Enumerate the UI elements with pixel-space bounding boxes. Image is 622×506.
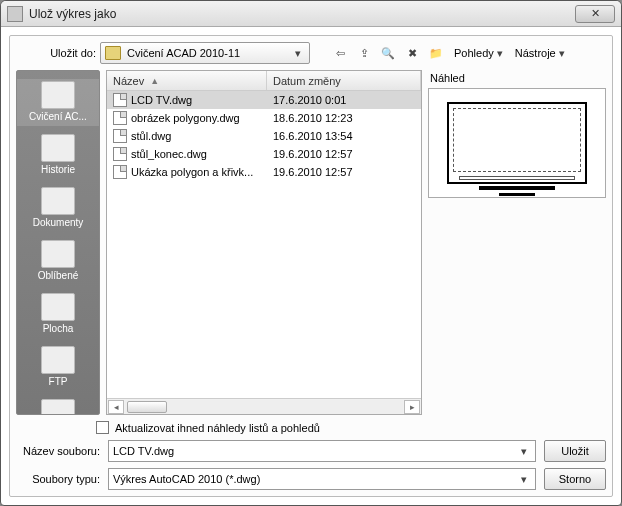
filename-label: Název souboru: bbox=[16, 445, 100, 457]
places-item-icon bbox=[41, 187, 75, 215]
scroll-thumb[interactable] bbox=[127, 401, 167, 413]
places-item-label: Historie bbox=[41, 164, 75, 175]
file-list: Název ▲ Datum změny LCD TV.dwg17.6.2010 … bbox=[106, 70, 422, 415]
places-item-icon bbox=[41, 346, 75, 374]
file-row[interactable]: Ukázka polygon a křivk...19.6.2010 12:57 bbox=[107, 163, 421, 181]
search-icon: 🔍 bbox=[381, 47, 395, 60]
scroll-left-arrow[interactable]: ◂ bbox=[108, 400, 124, 414]
places-item[interactable]: Historie bbox=[17, 132, 99, 179]
sort-asc-icon: ▲ bbox=[150, 76, 159, 86]
up-folder-button[interactable]: ⇪ bbox=[354, 43, 374, 63]
back-arrow-icon: ⇦ bbox=[336, 47, 345, 60]
places-item[interactable]: Dokumenty bbox=[17, 185, 99, 232]
file-name-cell: Ukázka polygon a křivk... bbox=[107, 165, 267, 179]
save-button[interactable]: Uložit bbox=[544, 440, 606, 462]
filename-field[interactable]: LCD TV.dwg ▾ bbox=[108, 440, 536, 462]
column-header-date[interactable]: Datum změny bbox=[267, 71, 421, 90]
bottom-fields: Název souboru: LCD TV.dwg ▾ Uložit Soubo… bbox=[16, 440, 606, 490]
places-item[interactable]: Buzzsaw bbox=[17, 397, 99, 415]
places-item-label: Oblíbené bbox=[38, 270, 79, 281]
file-name-cell: stůl.dwg bbox=[107, 129, 267, 143]
places-item-icon bbox=[41, 399, 75, 415]
preview-column: Náhled bbox=[428, 70, 606, 415]
update-thumbnails-checkbox[interactable] bbox=[96, 421, 109, 434]
cancel-button-label: Storno bbox=[559, 473, 591, 485]
cancel-button[interactable]: Storno bbox=[544, 468, 606, 490]
file-date-cell: 18.6.2010 12:23 bbox=[267, 112, 377, 124]
inner-frame: Uložit do: Cvičení ACAD 2010-11 ▾ ⇦ ⇪ 🔍 … bbox=[9, 35, 613, 497]
places-item[interactable]: FTP bbox=[17, 344, 99, 391]
views-label: Pohledy bbox=[454, 47, 494, 59]
folder-icon bbox=[105, 46, 121, 60]
dwg-file-icon bbox=[113, 93, 127, 107]
delete-button[interactable]: ✖ bbox=[402, 43, 422, 63]
file-row[interactable]: obrázek polygony.dwg18.6.2010 12:23 bbox=[107, 109, 421, 127]
back-button[interactable]: ⇦ bbox=[330, 43, 350, 63]
file-date-cell: 16.6.2010 13:54 bbox=[267, 130, 377, 142]
save-in-label: Uložit do: bbox=[40, 47, 96, 59]
places-bar: Cvičení AC...HistorieDokumentyOblíbenéPl… bbox=[16, 70, 100, 415]
filename-value: LCD TV.dwg bbox=[113, 445, 517, 457]
file-list-column: Název ▲ Datum změny LCD TV.dwg17.6.2010 … bbox=[106, 70, 422, 415]
column-name-label: Název bbox=[113, 75, 144, 87]
file-name-cell: LCD TV.dwg bbox=[107, 93, 267, 107]
file-row[interactable]: stůl_konec.dwg19.6.2010 12:57 bbox=[107, 145, 421, 163]
places-item[interactable]: Cvičení AC... bbox=[17, 79, 99, 126]
filetype-label: Soubory typu: bbox=[16, 473, 100, 485]
dwg-file-icon bbox=[113, 111, 127, 125]
file-name-text: stůl_konec.dwg bbox=[131, 148, 207, 160]
delete-icon: ✖ bbox=[408, 47, 417, 60]
preview-thumbnail bbox=[447, 102, 587, 184]
column-header-name[interactable]: Název ▲ bbox=[107, 71, 267, 90]
places-item[interactable]: Oblíbené bbox=[17, 238, 99, 285]
chevron-down-icon: ▾ bbox=[517, 445, 531, 458]
places-item-icon bbox=[41, 293, 75, 321]
close-icon: ✕ bbox=[591, 7, 600, 20]
folder-combo[interactable]: Cvičení ACAD 2010-11 ▾ bbox=[100, 42, 310, 64]
new-folder-button[interactable]: 📁 bbox=[426, 43, 446, 63]
dialog-body: Uložit do: Cvičení ACAD 2010-11 ▾ ⇦ ⇪ 🔍 … bbox=[1, 27, 621, 505]
scroll-right-arrow[interactable]: ▸ bbox=[404, 400, 420, 414]
file-name-text: stůl.dwg bbox=[131, 130, 171, 142]
column-date-label: Datum změny bbox=[273, 75, 341, 87]
file-name-text: obrázek polygony.dwg bbox=[131, 112, 240, 124]
file-name-cell: obrázek polygony.dwg bbox=[107, 111, 267, 125]
filename-row: Název souboru: LCD TV.dwg ▾ Uložit bbox=[16, 440, 606, 462]
views-menu[interactable]: Pohledy ▾ bbox=[450, 43, 507, 63]
places-item-icon bbox=[41, 240, 75, 268]
app-icon bbox=[7, 6, 23, 22]
file-row[interactable]: LCD TV.dwg17.6.2010 0:01 bbox=[107, 91, 421, 109]
save-button-label: Uložit bbox=[561, 445, 589, 457]
file-date-cell: 17.6.2010 0:01 bbox=[267, 94, 377, 106]
places-item-label: FTP bbox=[49, 376, 68, 387]
search-web-button[interactable]: 🔍 bbox=[378, 43, 398, 63]
dwg-file-icon bbox=[113, 147, 127, 161]
titlebar: Ulož výkres jako ✕ bbox=[1, 1, 621, 27]
close-button[interactable]: ✕ bbox=[575, 5, 615, 23]
preview-label: Náhled bbox=[430, 72, 606, 84]
file-date-cell: 19.6.2010 12:57 bbox=[267, 166, 377, 178]
filetype-value: Výkres AutoCAD 2010 (*.dwg) bbox=[113, 473, 517, 485]
file-name-text: Ukázka polygon a křivk... bbox=[131, 166, 253, 178]
places-item-label: Plocha bbox=[43, 323, 74, 334]
file-row[interactable]: stůl.dwg16.6.2010 13:54 bbox=[107, 127, 421, 145]
filetype-row: Soubory typu: Výkres AutoCAD 2010 (*.dwg… bbox=[16, 468, 606, 490]
places-item-label: Dokumenty bbox=[33, 217, 84, 228]
filetype-field[interactable]: Výkres AutoCAD 2010 (*.dwg) ▾ bbox=[108, 468, 536, 490]
horizontal-scrollbar[interactable]: ◂ ▸ bbox=[107, 398, 421, 414]
scroll-track[interactable] bbox=[125, 400, 403, 414]
file-list-header: Název ▲ Datum změny bbox=[107, 71, 421, 91]
file-name-cell: stůl_konec.dwg bbox=[107, 147, 267, 161]
file-date-cell: 19.6.2010 12:57 bbox=[267, 148, 377, 160]
up-folder-icon: ⇪ bbox=[360, 47, 369, 60]
tools-menu[interactable]: Nástroje ▾ bbox=[511, 43, 569, 63]
tools-label: Nástroje bbox=[515, 47, 556, 59]
places-item-icon bbox=[41, 81, 75, 109]
dwg-file-icon bbox=[113, 129, 127, 143]
file-name-text: LCD TV.dwg bbox=[131, 94, 192, 106]
chevron-down-icon: ▾ bbox=[497, 47, 503, 60]
places-item-icon bbox=[41, 134, 75, 162]
top-toolbar: Uložit do: Cvičení ACAD 2010-11 ▾ ⇦ ⇪ 🔍 … bbox=[16, 42, 606, 64]
places-item[interactable]: Plocha bbox=[17, 291, 99, 338]
dwg-file-icon bbox=[113, 165, 127, 179]
